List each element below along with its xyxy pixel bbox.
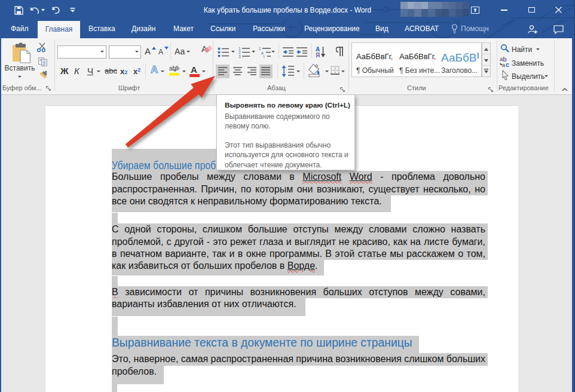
svg-text:Я: Я (316, 52, 320, 58)
svg-text:c: c (506, 61, 509, 68)
svg-text:a: a (502, 62, 505, 68)
svg-text:3: 3 (238, 54, 241, 59)
svg-text:i: i (264, 54, 264, 58)
